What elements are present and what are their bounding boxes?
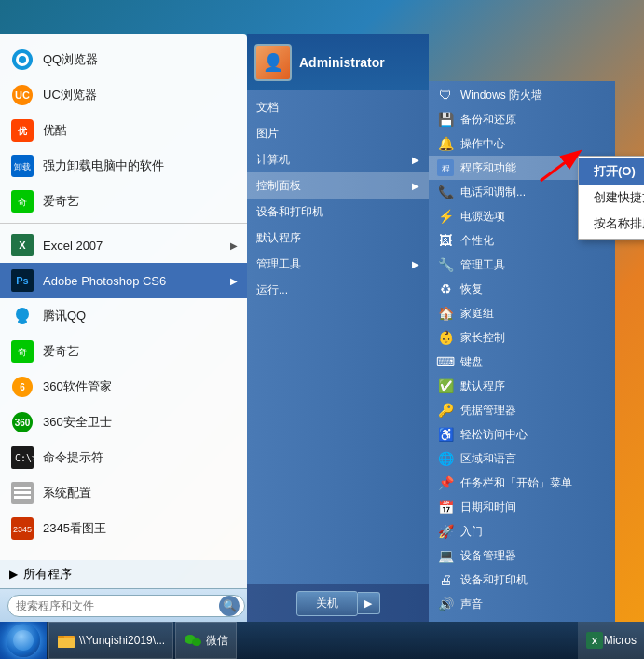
app-item-youku[interactable]: 优 优酷 — [0, 113, 247, 148]
submenu-credential[interactable]: 🔑 凭据管理器 — [429, 398, 615, 422]
qq-browser-icon — [9, 47, 35, 73]
firewall-icon: 🛡 — [436, 86, 455, 104]
submenu-taskbar-start[interactable]: 📌 任务栏和「开始」菜单 — [429, 471, 615, 495]
action-center-label: 操作中心 — [460, 136, 505, 152]
right-item-pictures[interactable]: 图片 — [247, 120, 429, 146]
start-menu-left: QQ浏览器 UC UC浏览器 优 优酷 — [0, 34, 247, 622]
uc-browser-icon: UC — [9, 82, 35, 108]
submenu-datetime[interactable]: 📅 日期和时间 — [429, 495, 615, 519]
arrow-indicator — [536, 148, 592, 188]
app-item-2345[interactable]: 2345 2345看图王 — [0, 511, 247, 546]
submenu-parental[interactable]: 👶 家长控制 — [429, 325, 615, 350]
app-name-uc: UC浏览器 — [43, 87, 97, 103]
personalize-icon: 🖼 — [436, 231, 455, 250]
xps-icon: XPS — [9, 551, 35, 552]
search-button[interactable]: 🔍 — [219, 596, 240, 616]
homegroup-icon: 🏠 — [436, 304, 455, 323]
right-item-devices[interactable]: 设备和打印机 — [247, 199, 429, 225]
submenu-keyboard[interactable]: ⌨ 键盘 — [429, 350, 615, 374]
shutdown-button[interactable]: 关机 — [296, 591, 358, 616]
svg-text:2345: 2345 — [13, 525, 32, 534]
app-item-photoshop[interactable]: Ps Adobe Photoshop CS6 ▶ — [0, 263, 247, 298]
device-manager-label: 设备管理器 — [460, 548, 516, 564]
search-input[interactable] — [7, 595, 245, 617]
app-name-2345: 2345看图王 — [43, 520, 106, 537]
submenu-windows-firewall[interactable]: 🛡 Windows 防火墙 — [429, 83, 615, 107]
context-item-shortcut[interactable]: 创建快捷方式(S) — [579, 185, 644, 211]
submenu-backup[interactable]: 💾 备份和还原 — [429, 107, 615, 131]
submenu-admin-tools[interactable]: 🔧 管理工具 — [429, 253, 615, 277]
app-item-qq[interactable]: QQ浏览器 — [0, 42, 247, 77]
all-programs-item[interactable]: ▶ 所有程序 — [0, 560, 247, 588]
right-item-docs[interactable]: 文档 — [247, 94, 429, 120]
app-name-360safe: 360安全卫士 — [43, 414, 112, 431]
app-name-360soft: 360软件管家 — [43, 378, 112, 395]
submenu-easy-access[interactable]: ♿ 轻松访问中心 — [429, 422, 615, 446]
right-items-list: 文档 图片 计算机 ▶ 控制面板 ▶ 设备和打印机 默认程序 — [247, 90, 429, 584]
360soft-icon: 6 — [9, 374, 35, 400]
all-programs-arrow: ▶ — [9, 568, 18, 581]
app-item-360safe[interactable]: 360 360安全卫士 — [0, 405, 247, 440]
recovery-label: 恢复 — [460, 281, 483, 297]
taskbar-wechat-label: 微信 — [206, 633, 228, 649]
default-label: 默认程序 — [256, 230, 301, 246]
shutdown-arrow[interactable]: ▶ — [358, 592, 380, 614]
parental-label: 家长控制 — [460, 330, 505, 346]
svg-text:奇: 奇 — [18, 197, 27, 207]
devices-label: 设备和打印机 — [256, 204, 323, 220]
app-item-sysconfig[interactable]: 系统配置 — [0, 475, 247, 511]
submenu-sound[interactable]: 🔊 声音 — [429, 592, 615, 616]
divider-1 — [0, 223, 247, 224]
default-prog-icon: ✅ — [436, 377, 455, 395]
uninstall-icon: 卸载 — [9, 153, 35, 179]
personalize-label: 个性化 — [460, 233, 494, 249]
submenu-devices-print[interactable]: 🖨 设备和打印机 — [429, 568, 615, 592]
right-item-computer[interactable]: 计算机 ▶ — [247, 146, 429, 172]
taskbar-wechat[interactable]: 微信 — [175, 622, 237, 659]
right-item-admin[interactable]: 管理工具 ▶ — [247, 251, 429, 277]
start-menu: QQ浏览器 UC UC浏览器 优 优酷 — [0, 34, 494, 622]
entry-label: 入门 — [460, 524, 483, 540]
svg-text:卸载: 卸载 — [14, 162, 31, 172]
run-label: 运行... — [256, 282, 288, 298]
submenu-device-manager[interactable]: 💻 设备管理器 — [429, 543, 615, 568]
app-item-iqiyi2[interactable]: 奇 爱奇艺 — [0, 334, 247, 369]
submenu-region[interactable]: 🌐 区域和语言 — [429, 446, 615, 471]
recovery-icon: ♻ — [436, 280, 455, 298]
app-item-excel[interactable]: X Excel 2007 ▶ — [0, 227, 247, 263]
submenu-entry[interactable]: 🚀 入门 — [429, 519, 615, 543]
app-item-tencentqq[interactable]: 腾讯QQ — [0, 298, 247, 334]
photoshop-arrow: ▶ — [230, 276, 238, 286]
admin-label: 管理工具 — [256, 256, 301, 272]
power-label: 电源选项 — [460, 209, 505, 225]
folder-icon — [57, 631, 75, 650]
submenu-homegroup[interactable]: 🏠 家庭组 — [429, 301, 615, 325]
app-item-iqiyi1[interactable]: 奇 爱奇艺 — [0, 184, 247, 219]
right-item-control[interactable]: 控制面板 ▶ — [247, 172, 429, 199]
start-button[interactable] — [0, 622, 47, 659]
app-name-uninstall: 强力卸载电脑中的软件 — [43, 158, 164, 174]
right-item-run[interactable]: 运行... — [247, 277, 429, 303]
taskbar-excel[interactable]: X Micros — [578, 622, 644, 659]
app-item-360soft[interactable]: 6 360软件管家 — [0, 369, 247, 405]
svg-rect-28 — [14, 496, 31, 499]
app-item-cmd[interactable]: C:\> 命令提示符 — [0, 440, 247, 475]
submenu-recovery[interactable]: ♻ 恢复 — [429, 277, 615, 301]
taskbar-folder[interactable]: \\Yunqishi2019\... — [48, 622, 173, 659]
credential-label: 凭据管理器 — [460, 403, 516, 419]
tencent-qq-icon — [9, 303, 35, 329]
right-item-default[interactable]: 默认程序 — [247, 225, 429, 251]
app-item-uc[interactable]: UC UC浏览器 — [0, 77, 247, 113]
svg-rect-26 — [14, 487, 31, 489]
open-label: 打开(O) — [594, 164, 636, 178]
svg-text:程: 程 — [442, 164, 450, 173]
svg-rect-39 — [58, 636, 64, 638]
app-item-xps[interactable]: XPS XPS Viewer — [0, 546, 247, 552]
submenu-mouse[interactable]: 🖱 鼠标 — [429, 616, 615, 622]
app-item-uninstall[interactable]: 卸载 强力卸载电脑中的软件 — [0, 148, 247, 184]
svg-text:优: 优 — [17, 126, 28, 136]
excel-arrow: ▶ — [230, 240, 238, 251]
context-item-sort[interactable]: 按名称排序(B) — [579, 211, 644, 237]
app-name-qq: QQ浏览器 — [43, 51, 98, 68]
submenu-default-prog[interactable]: ✅ 默认程序 — [429, 374, 615, 398]
